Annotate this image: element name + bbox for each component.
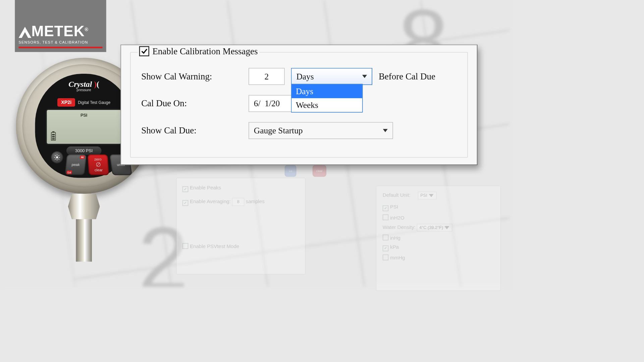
cal-warning-value-input[interactable] [249,68,285,85]
sun-icon [54,154,60,161]
chevron-down-icon [362,75,367,78]
null-icon: ∅ [96,161,101,168]
select-value: Days [297,71,314,81]
gauge-stem [73,190,95,257]
enable-peaks-option: Enable Peaks [182,185,299,192]
checkbox-icon [139,46,149,56]
show-cal-warning-label: Show Cal Warning: [141,71,242,81]
brand-badge: AMETEKMETEK® SENSORS, TEST & CALIBRATION [15,0,106,52]
interval-option-weeks[interactable]: Weeks [291,98,362,112]
battery-icon [51,132,56,140]
svg-line-7 [58,159,59,159]
gauge-lcd: PSI [46,109,122,145]
chevron-down-icon [383,129,388,132]
enable-averaging-option: Enable Averaging: samples [182,198,299,206]
gauge-range-pill: 3000 PSI [66,146,102,155]
cal-warning-interval-select[interactable]: Days Days Weeks [291,68,372,85]
svg-point-1 [56,156,58,158]
mini-lo-button: Lo [285,165,297,177]
lcd-unit-label: PSI [80,113,87,118]
enable-calibration-checkbox[interactable]: Enable Calibration Messages [138,46,259,56]
unit-option-inhg: inHg [383,235,494,241]
enable-calibration-label: Enable Calibration Messages [152,46,258,56]
interval-option-days[interactable]: Days [291,84,362,98]
calibration-messages-panel: Enable Calibration Messages Show Cal War… [120,45,477,165]
interval-dropdown-list: Days Weeks [291,84,363,113]
default-unit-row: Default Unit: PSI [383,192,494,199]
gauge-model-chip: XP2i [57,98,75,107]
default-unit-select: PSI [418,192,436,199]
show-cal-due-select[interactable]: Gauge Startup [249,122,393,139]
svg-line-9 [58,155,59,156]
gauge-brand: Crystal )( pressure [35,80,133,92]
peak-button: Hi peak Lo [65,155,87,175]
unit-option-mmhg: mmHg [383,254,494,261]
unit-option-inh2o: inH2O [383,215,494,221]
gauge-model-desc: Digital Test Gauge [78,100,110,105]
unit-option-kpa: kPa [383,244,494,251]
brand-tagline: SENSORS, TEST & CALIBRATION [18,40,102,44]
mini-clear-button: clear [313,165,326,177]
svg-line-6 [55,155,56,156]
select-value: Gauge Startup [254,126,303,135]
water-density-row: Water Density: 4°C (39.2°F) [383,224,494,231]
svg-line-8 [55,159,56,159]
avg-samples-input [232,198,244,206]
before-cal-due-label: Before Cal Due [379,71,435,81]
cal-due-on-label: Cal Due On: [141,99,242,109]
svg-marker-0 [18,27,31,38]
zero-clear-button: zero ∅ clear [88,155,109,175]
backlight-button [51,151,63,163]
psvtest-option: Enable PSVtest Mode [182,243,299,249]
show-cal-due-label: Show Cal Due: [141,125,242,135]
unit-option-psi: PSI [383,204,494,211]
